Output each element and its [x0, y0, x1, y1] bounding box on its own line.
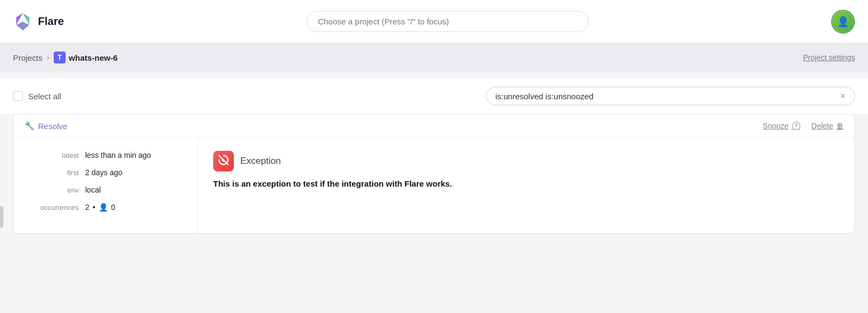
resolve-button[interactable]: 🔧 Resolve: [24, 121, 67, 131]
occurrences-users: 0: [111, 203, 116, 212]
app-header: Flare 👤: [0, 0, 868, 43]
exception-type: Exception: [240, 156, 281, 167]
exception-badge: [213, 151, 234, 171]
breadcrumb-projects[interactable]: Projects: [13, 53, 42, 62]
toolbar: Select all ×: [0, 78, 868, 114]
occurrences-label: occurrences: [31, 203, 85, 212]
breadcrumb: Projects › T whats-new-6: [13, 52, 118, 63]
resolve-icon: 🔧: [24, 121, 35, 131]
project-initial-badge: T: [54, 52, 66, 63]
project-name: whats-new-6: [69, 53, 118, 62]
flare-logo-icon: [13, 12, 33, 31]
meta-row-first: first 2 days ago: [31, 168, 180, 177]
error-header: Exception: [213, 151, 839, 171]
env-label: env: [31, 186, 85, 194]
svg-marker-2: [16, 22, 29, 30]
project-search-input[interactable]: [307, 11, 589, 32]
filter-search-input[interactable]: [495, 92, 835, 101]
logo-text: Flare: [38, 15, 64, 28]
delete-label: Delete: [812, 122, 833, 130]
snooze-button[interactable]: Snooze 🕐: [763, 122, 800, 130]
project-settings-link[interactable]: Project settings: [803, 53, 855, 62]
env-value: local: [85, 186, 101, 194]
filter-search-bar[interactable]: ×: [486, 87, 855, 105]
breadcrumb-project-badge: T whats-new-6: [54, 52, 118, 63]
error-meta: latest less than a min ago first 2 days …: [14, 138, 198, 233]
first-label: first: [31, 168, 85, 177]
action-bar: 🔧 Resolve Snooze 🕐 Delete 🗑: [14, 114, 854, 138]
content-area: 🔧 Resolve Snooze 🕐 Delete 🗑 latest: [0, 114, 868, 247]
exception-icon: [218, 154, 229, 169]
error-info: Exception This is an exception to test i…: [198, 138, 854, 233]
breadcrumb-chevron: ›: [47, 53, 49, 62]
occurrences-dot: •: [93, 203, 95, 212]
delete-button[interactable]: Delete 🗑: [812, 122, 844, 130]
snooze-icon: 🕐: [792, 122, 801, 130]
meta-row-latest: latest less than a min ago: [31, 151, 180, 159]
logo-area: Flare: [13, 12, 64, 31]
scroll-indicator: [0, 206, 3, 228]
meta-row-env: env local: [31, 186, 180, 194]
project-search-container[interactable]: [307, 11, 589, 32]
error-details: latest less than a min ago first 2 days …: [14, 138, 854, 233]
snooze-label: Snooze: [763, 122, 788, 130]
person-icon: 👤: [99, 203, 108, 212]
select-all-label[interactable]: Select all: [28, 92, 61, 101]
avatar-placeholder: 👤: [832, 11, 854, 33]
occurrences-value: 2 • 👤 0: [85, 203, 116, 212]
select-all-area: Select all: [13, 91, 61, 101]
breadcrumb-bar: Projects › T whats-new-6 Project setting…: [0, 43, 868, 72]
resolve-label: Resolve: [38, 122, 67, 131]
error-message: This is an exception to test if the inte…: [213, 178, 839, 190]
error-card: 🔧 Resolve Snooze 🕐 Delete 🗑 latest: [13, 114, 855, 234]
action-right-area: Snooze 🕐 Delete 🗑: [763, 122, 844, 130]
occurrences-count: 2: [85, 203, 90, 212]
first-value: 2 days ago: [85, 168, 123, 177]
delete-icon: 🗑: [836, 122, 844, 130]
filter-clear-button[interactable]: ×: [840, 91, 846, 101]
select-all-checkbox[interactable]: [13, 91, 23, 101]
latest-label: latest: [31, 151, 85, 159]
meta-row-occurrences: occurrences 2 • 👤 0: [31, 203, 180, 212]
user-avatar[interactable]: 👤: [831, 10, 855, 34]
latest-value: less than a min ago: [85, 151, 151, 159]
